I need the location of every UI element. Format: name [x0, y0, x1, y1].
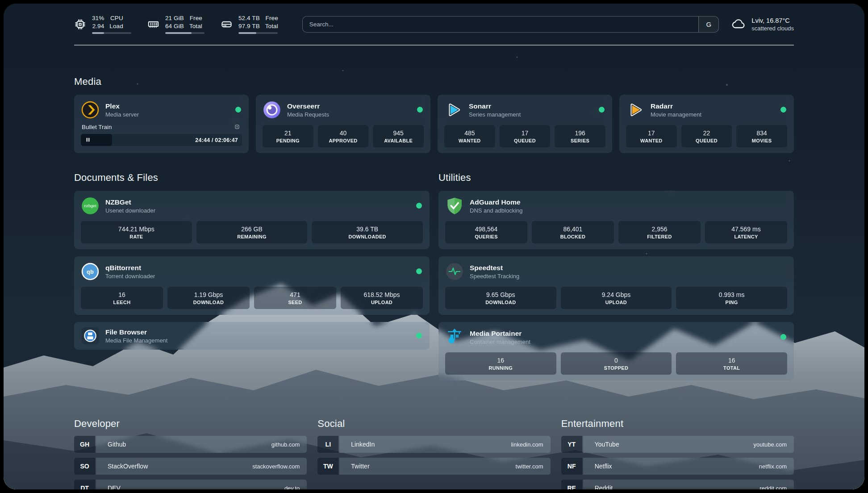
stat-value: 9.24 Gbps	[602, 291, 631, 298]
bookmark-abbr: GH	[74, 436, 95, 453]
stat-block: 47.569 ms LATENCY	[705, 221, 787, 243]
stat-value: 618.52 Mbps	[364, 291, 400, 298]
stat-label: LATENCY	[734, 234, 758, 239]
stat-label: SERIES	[571, 138, 589, 143]
bookmark-youtube[interactable]: YT YouTube youtube.com	[561, 436, 794, 453]
stat-block: 16 LEECH	[81, 287, 163, 309]
bookmark-github[interactable]: GH Github github.com	[74, 436, 307, 453]
bookmark-name: StackOverflow	[108, 463, 148, 470]
now-playing-title: Bullet Train	[82, 124, 112, 130]
service-name: Media Portainer	[470, 329, 530, 338]
stat-block: 471 SEED	[254, 287, 336, 309]
service-name: Speedtest	[470, 263, 519, 272]
service-description: Media server	[105, 111, 139, 118]
status-dot	[416, 268, 422, 274]
stat-block: 1.19 Gbps DOWNLOAD	[167, 287, 250, 309]
service-description: Media File Management	[105, 337, 167, 344]
service-card-nzbget[interactable]: nzbget NZBGet Usenet downloader 744.21 M…	[74, 191, 430, 249]
stat-value: 744.21 Mbps	[118, 226, 154, 233]
pause-icon[interactable]	[83, 135, 92, 144]
weather-condition: scattered clouds	[751, 25, 794, 32]
memory-free-value: 21 GiB	[165, 14, 184, 22]
stat-value: 39.6 TB	[356, 226, 378, 233]
service-card-plex[interactable]: Plex Media server Bullet Train	[74, 95, 249, 153]
playback-progress-bar[interactable]: 24:44 / 02:06:47	[81, 134, 242, 146]
search-input[interactable]	[303, 17, 699, 32]
stat-value: 16	[497, 357, 505, 364]
stat-label: STOPPED	[604, 365, 628, 371]
status-dot	[599, 107, 605, 113]
disk-progress-bar	[238, 32, 278, 34]
bookmark-name: Reddit	[595, 485, 613, 489]
stat-label: REMAINING	[237, 234, 267, 239]
stat-value: 1.19 Gbps	[194, 291, 223, 298]
service-card-qbittorrent[interactable]: qb qBittorrent Torrent downloader 16 LEE…	[74, 256, 430, 315]
service-description: DNS and adblocking	[470, 207, 523, 214]
status-dot	[780, 107, 786, 113]
bookmark-url: linkedin.com	[511, 441, 543, 448]
service-name: Radarr	[651, 102, 701, 110]
bookmark-netflix[interactable]: NF Netflix netflix.com	[561, 458, 794, 475]
service-card-radarr[interactable]: Radarr Movie management 17 WANTED 22 QUE…	[619, 95, 794, 153]
service-description: Speedtest Tracking	[470, 273, 519, 280]
stat-label: FILTERED	[647, 234, 672, 239]
nzbget-icon: nzbget	[81, 196, 100, 215]
playback-time: 24:44 / 02:06:47	[195, 134, 238, 146]
service-card-overseerr[interactable]: Overseerr Media Requests 21 PENDING 40 A…	[256, 95, 430, 153]
stat-block: 618.52 Mbps UPLOAD	[341, 287, 423, 309]
stat-block: 744.21 Mbps RATE	[81, 221, 192, 243]
bookmark-url: netflix.com	[759, 463, 787, 470]
qbittorrent-icon: qb	[81, 262, 100, 281]
service-description: Series management	[469, 111, 521, 118]
stat-label: LEECH	[113, 300, 131, 305]
stat-block: 9.24 Gbps UPLOAD	[561, 287, 672, 309]
bookmark-name: Twitter	[351, 463, 369, 470]
stat-value: 2,956	[651, 226, 667, 233]
bookmark-stackoverflow[interactable]: SO StackOverflow stackoverflow.com	[74, 458, 307, 475]
bookmark-linkedin[interactable]: LI LinkedIn linkedin.com	[317, 436, 550, 453]
stat-block: 196 SERIES	[555, 125, 605, 147]
bookmark-url: stackoverflow.com	[252, 463, 300, 470]
disk-icon	[221, 18, 233, 30]
weather-widget[interactable]: Lviv, 16.87°C scattered clouds	[731, 17, 794, 32]
bookmark-abbr: YT	[561, 436, 582, 453]
service-card-portainer[interactable]: Media Portainer Container management 16 …	[438, 322, 794, 380]
player-settings-icon[interactable]	[233, 123, 241, 131]
stat-label: UPLOAD	[605, 300, 627, 305]
bookmark-name: LinkedIn	[351, 441, 375, 448]
bookmark-twitter[interactable]: TW Twitter twitter.com	[317, 458, 550, 475]
service-card-filebrowser[interactable]: File Browser Media File Management	[74, 322, 430, 350]
stat-block: 266 GB REMAINING	[196, 221, 308, 243]
section-title-utilities: Utilities	[438, 172, 794, 184]
section-title-entertainment: Entertainment	[561, 418, 794, 430]
bookmark-name: YouTube	[595, 441, 619, 448]
stat-label: BLOCKED	[560, 234, 586, 239]
service-card-sonarr[interactable]: Sonarr Series management 485 WANTED 17 Q…	[438, 95, 612, 153]
stat-block: 2,956 FILTERED	[618, 221, 701, 243]
disk-widget: 52.4 TB 97.9 TB Free Total	[221, 14, 278, 34]
memory-progress-bar	[165, 32, 204, 34]
memory-progress-fill	[165, 32, 192, 34]
stat-value: 196	[575, 130, 585, 137]
stat-label: WANTED	[640, 138, 662, 143]
service-card-speedtest[interactable]: Speedtest Speedtest Tracking 9.65 Gbps D…	[438, 256, 794, 315]
cpu-load-value: 2.94	[92, 22, 104, 30]
stat-value: 16	[118, 291, 125, 298]
stat-label: PING	[726, 300, 738, 305]
cpu-progress-bar	[92, 32, 131, 34]
bookmark-dev[interactable]: DT DEV dev.to	[74, 480, 307, 489]
bookmark-reddit[interactable]: RE Reddit reddit.com	[561, 480, 794, 489]
service-card-adguard[interactable]: AdGuard Home DNS and adblocking 498,564 …	[438, 191, 794, 249]
stat-block: 945 AVAILABLE	[373, 125, 424, 147]
search-provider-button[interactable]: G	[698, 17, 718, 32]
stat-block: 0.993 ms PING	[676, 287, 787, 309]
overseerr-icon	[263, 100, 281, 119]
disk-total-label: Total	[265, 22, 278, 30]
cpu-icon	[74, 18, 86, 30]
cpu-widget: 31% 2.94 CPU Load	[74, 14, 131, 34]
weather-location-temp: Lviv, 16.87°C	[751, 17, 794, 25]
stat-label: TOTAL	[723, 365, 740, 371]
stat-value: 17	[648, 130, 655, 137]
stat-label: WANTED	[459, 138, 480, 143]
stat-block: 16 TOTAL	[676, 352, 787, 375]
